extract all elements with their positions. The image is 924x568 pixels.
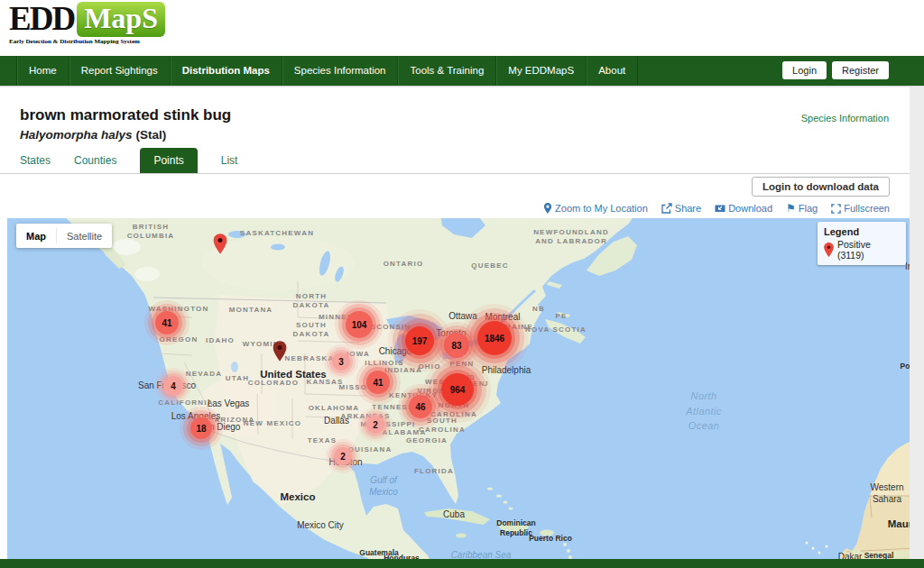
logo-edd-text: EDD: [9, 1, 74, 37]
tab-list[interactable]: List: [221, 148, 238, 173]
map-pin[interactable]: [214, 234, 227, 258]
cluster-marker[interactable]: 4: [163, 376, 183, 396]
share-label: Share: [675, 203, 701, 214]
authority: (Stal): [136, 128, 167, 142]
flag-link[interactable]: ⚑ Flag: [786, 203, 818, 214]
cluster-marker[interactable]: 104: [346, 311, 373, 338]
nav-item-home[interactable]: Home: [16, 56, 69, 86]
logo-maps-badge: MapS: [77, 2, 165, 37]
download-icon: [715, 203, 725, 214]
cluster-marker[interactable]: 46: [409, 395, 432, 418]
cluster-marker[interactable]: 964: [441, 373, 474, 406]
legend-title: Legend: [824, 226, 900, 237]
cluster-marker[interactable]: 3: [332, 353, 350, 371]
scientific-name: Halyomorpha halys(Stal): [20, 128, 166, 142]
tab-counties[interactable]: Counties: [74, 148, 116, 173]
map-type-control: Map Satellite: [16, 224, 112, 248]
logo-tagline: Early Detection & Distribution Mapping S…: [9, 38, 165, 45]
fullscreen-link[interactable]: Fullscreen: [831, 203, 890, 214]
flag-icon: ⚑: [786, 204, 796, 213]
share-icon: [661, 203, 672, 214]
cluster-marker[interactable]: 41: [366, 371, 390, 394]
register-button[interactable]: Register: [832, 61, 889, 79]
cluster-marker[interactable]: 18: [190, 417, 212, 439]
download-link[interactable]: Download: [715, 203, 772, 214]
nav-item-distribution-maps[interactable]: Distribution Maps: [170, 56, 282, 86]
nav-item-tools-training[interactable]: Tools & Training: [397, 56, 495, 86]
eddmaps-logo[interactable]: EDD MapS Early Detection & Distribution …: [9, 1, 165, 45]
flag-label: Flag: [799, 203, 818, 214]
map-legend: Legend Positive (3119): [818, 222, 906, 265]
nav-item-report-sightings[interactable]: Report Sightings: [69, 56, 170, 86]
view-tabs: States Counties Points List: [20, 147, 237, 173]
map-type-map-button[interactable]: Map: [16, 231, 56, 242]
nav-item-species-information[interactable]: Species Information: [282, 56, 398, 86]
cluster-marker[interactable]: 2: [366, 416, 384, 434]
map-toolbar-links: Zoom to My Location Share Download ⚑ Fla…: [543, 203, 890, 214]
location-pin-icon: [543, 203, 552, 214]
content-area: brown marmorated stink bug Halyomorpha h…: [0, 87, 910, 559]
map-type-satellite-button[interactable]: Satellite: [57, 231, 112, 242]
zoom-to-my-location-label: Zoom to My Location: [555, 203, 648, 214]
cluster-marker[interactable]: 2: [334, 447, 352, 465]
fullscreen-icon: [831, 204, 841, 214]
zoom-to-my-location-link[interactable]: Zoom to My Location: [543, 203, 648, 214]
site-header: EDD MapS Early Detection & Distribution …: [0, 0, 924, 56]
legend-positive-label: Positive (3119): [837, 239, 900, 261]
login-to-download-button[interactable]: Login to download data: [752, 177, 890, 197]
cluster-marker[interactable]: 83: [444, 333, 469, 358]
positive-pin-icon: [824, 243, 834, 257]
login-button[interactable]: Login: [782, 61, 827, 79]
cluster-marker[interactable]: 1846: [477, 321, 512, 355]
download-label: Download: [728, 203, 772, 214]
footer-bar: [0, 559, 924, 568]
map-canvas[interactable]: Map Satellite Legend Positive (3119) BRI…: [7, 218, 910, 559]
fullscreen-label: Fullscreen: [844, 203, 890, 214]
main-nav: Home Report Sightings Distribution Maps …: [0, 56, 924, 87]
species-information-link[interactable]: Species Information: [801, 113, 889, 124]
cluster-marker[interactable]: 41: [155, 311, 179, 334]
page-title: brown marmorated stink bug: [20, 106, 231, 124]
tabs-divider: [0, 173, 910, 174]
tab-states[interactable]: States: [20, 148, 51, 173]
map-pin[interactable]: [273, 341, 287, 365]
cluster-marker[interactable]: 197: [405, 326, 434, 355]
nav-item-my-eddmaps[interactable]: My EDDMapS: [495, 56, 586, 86]
tab-points[interactable]: Points: [140, 148, 197, 173]
scientific-name-italic: Halyomorpha halys: [20, 128, 133, 142]
nav-item-about[interactable]: About: [586, 56, 638, 86]
share-link[interactable]: Share: [661, 203, 701, 214]
